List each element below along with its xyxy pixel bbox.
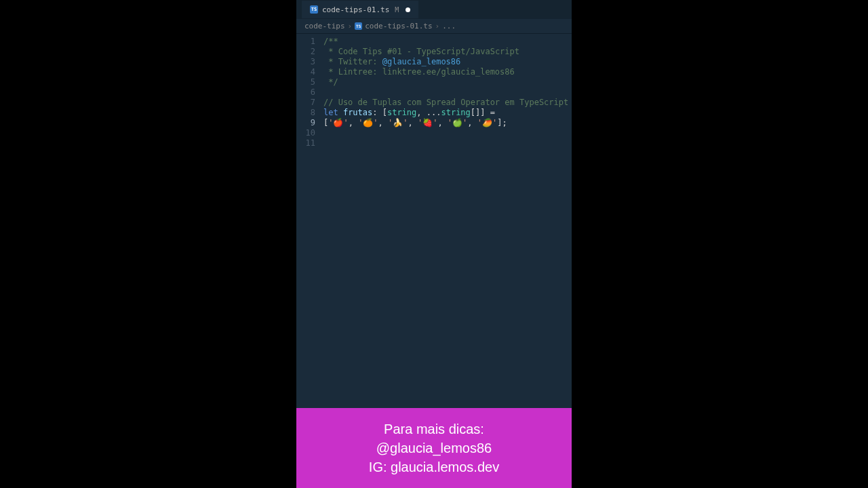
footer-line2: @glaucia_lemos86 xyxy=(376,439,492,458)
breadcrumb-folder: code-tips xyxy=(304,22,345,30)
footer-banner: Para mais dicas: @glaucia_lemos86 IG: gl… xyxy=(296,408,572,488)
file-tab[interactable]: TS code-tips-01.ts M xyxy=(302,1,418,18)
breadcrumb-file: code-tips-01.ts xyxy=(365,22,432,30)
chevron-right-icon: › xyxy=(435,22,440,30)
code-editor[interactable]: 1 2 3 4 5 6 7 8 9 10 11 /** * Code Tips … xyxy=(296,34,572,408)
tab-modified-indicator: M xyxy=(395,6,399,14)
breadcrumb-more: ... xyxy=(442,22,456,30)
typescript-icon: TS xyxy=(310,5,318,14)
footer-line3: IG: glaucia.lemos.dev xyxy=(369,458,499,476)
code-content[interactable]: /** * Code Tips #01 - TypeScript/JavaScr… xyxy=(323,37,572,408)
chevron-right-icon: › xyxy=(348,22,353,30)
footer-line1: Para mais dicas: xyxy=(384,420,484,439)
tab-unsaved-dot xyxy=(406,7,410,12)
tab-bar: TS code-tips-01.ts M xyxy=(296,0,572,19)
editor-area: TS code-tips-01.ts M code-tips › TS code… xyxy=(296,0,572,408)
line-numbers: 1 2 3 4 5 6 7 8 9 10 11 xyxy=(296,37,323,408)
breadcrumb[interactable]: code-tips › TS code-tips-01.ts › ... xyxy=(296,19,572,34)
typescript-icon: TS xyxy=(355,22,362,30)
tab-filename: code-tips-01.ts xyxy=(322,5,389,14)
